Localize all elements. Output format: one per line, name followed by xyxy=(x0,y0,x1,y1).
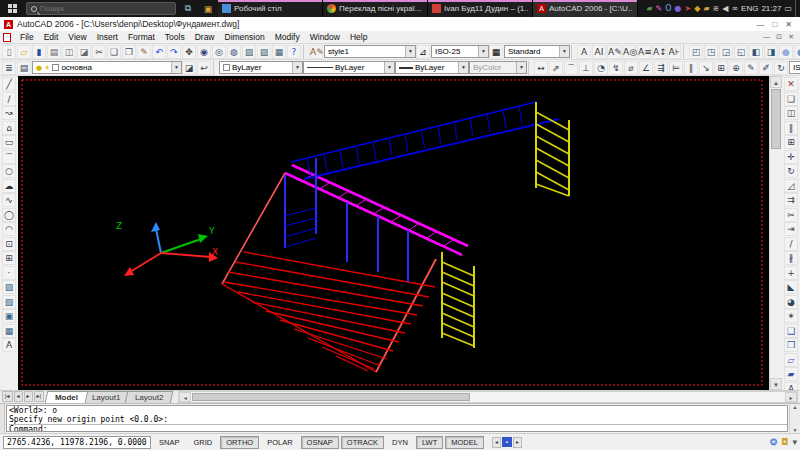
erase-icon[interactable]: ✕ xyxy=(784,77,798,91)
hatch-icon[interactable]: ▨ xyxy=(2,280,16,294)
mini-app-icon[interactable]: ▪ xyxy=(502,437,512,447)
dim-jogged-icon[interactable]: ↯ xyxy=(609,61,623,75)
draworder-back-icon[interactable]: ❒ xyxy=(784,338,798,352)
circle-icon[interactable]: ○ xyxy=(2,164,16,178)
toggle-grid[interactable]: GRID xyxy=(187,436,218,449)
canvas-hscrollbar[interactable]: ◂ ▸ xyxy=(178,391,798,403)
find-replace-icon[interactable]: A◎ xyxy=(622,45,636,59)
scroll-left-icon[interactable]: ◂ xyxy=(179,392,191,402)
camera-icon[interactable]: ◨ xyxy=(764,45,778,59)
stretch-icon[interactable]: ⇉ xyxy=(784,193,798,207)
zoom-window-icon[interactable]: ◎ xyxy=(212,45,226,59)
layer-previous-icon[interactable]: ↩ xyxy=(197,61,211,75)
draworder-front-icon[interactable]: ❑ xyxy=(784,324,798,338)
taskbar-app-chrome-translate[interactable]: Переклад пісні украї... xyxy=(323,0,428,17)
dim-baseline-icon[interactable]: ⊨ xyxy=(669,61,683,75)
single-line-text-icon[interactable]: AI xyxy=(592,45,606,59)
mtext-icon[interactable]: A xyxy=(2,338,16,352)
extend-icon[interactable]: ⇥ xyxy=(784,222,798,236)
offset-icon[interactable]: ∥ xyxy=(784,121,798,135)
chevron-down-icon[interactable]: ▼ xyxy=(384,62,394,73)
redo-icon[interactable]: ↷ xyxy=(167,45,181,59)
chamfer-icon[interactable]: ◣ xyxy=(784,280,798,294)
menu-edit[interactable]: Edit xyxy=(39,32,64,42)
markup-set-manager-icon[interactable]: ▨ xyxy=(257,45,271,59)
table-style-combo[interactable]: Standard ▼ xyxy=(504,45,570,58)
draworder-above-icon[interactable]: ▱ xyxy=(784,353,798,367)
child-minimize-button[interactable]: — xyxy=(763,33,770,41)
polygon-icon[interactable]: ⌂ xyxy=(2,121,16,135)
justify-text-icon[interactable]: A⊦ xyxy=(667,45,681,59)
toggle-osnap[interactable]: OSNAP xyxy=(301,436,339,449)
region-icon[interactable]: ▣ xyxy=(2,309,16,323)
wifi-icon[interactable]: ≋ xyxy=(713,0,720,17)
menu-dimension[interactable]: Dimension xyxy=(220,32,270,42)
undo-icon[interactable]: ↶ xyxy=(152,45,166,59)
command-window-grip[interactable] xyxy=(0,404,5,433)
menu-file[interactable]: File xyxy=(15,32,39,42)
dim-arc-icon[interactable]: ⌒ xyxy=(564,61,578,75)
command-scrollbar[interactable]: ▲ ▼ xyxy=(789,404,800,433)
toggle-ortho[interactable]: ORTHO xyxy=(220,436,259,449)
taskbar-app-autocad[interactable]: AAutoCAD 2006 - [C:\U... xyxy=(533,0,638,17)
dim-ordinate-icon[interactable]: ⊥ xyxy=(579,61,593,75)
new-file-icon[interactable]: ▯ xyxy=(2,45,16,59)
tab-nav-1[interactable]: ◂ xyxy=(14,391,23,402)
tab-nav-0[interactable]: |◂ xyxy=(2,391,13,402)
ball-app-icon[interactable]: ● xyxy=(675,0,682,17)
link-icon[interactable]: ∞ xyxy=(731,0,738,17)
spline-icon[interactable]: ∿ xyxy=(2,193,16,207)
scroll-right-icon[interactable]: ▸ xyxy=(785,392,797,402)
table-style-manager-icon[interactable]: ▦ xyxy=(489,45,503,59)
fillet-icon[interactable]: ◕ xyxy=(784,295,798,309)
menu-insert[interactable]: Insert xyxy=(92,32,123,42)
minimize-button[interactable]: — xyxy=(756,20,764,29)
chevron-down-icon[interactable]: ▼ xyxy=(171,62,181,73)
action-center-icon[interactable]: ▭ xyxy=(784,0,792,17)
point-icon[interactable]: · xyxy=(2,266,16,280)
chevron-down-icon[interactable]: ▼ xyxy=(478,46,488,57)
child-close-button[interactable]: ✕ xyxy=(788,33,794,41)
wireframe-3d-icon[interactable]: ● xyxy=(794,45,800,59)
dim-text-edit-icon[interactable]: ✐ xyxy=(759,61,773,75)
scroll-down-icon[interactable]: ▼ xyxy=(770,378,782,390)
tab-model[interactable]: Model xyxy=(45,391,89,403)
menu-window[interactable]: Window xyxy=(305,32,345,42)
copy-object-icon[interactable]: ❏ xyxy=(784,92,798,106)
ellipse-arc-icon[interactable]: ◠ xyxy=(2,222,16,236)
pan-icon[interactable]: ✥ xyxy=(182,45,196,59)
hscroll-thumb[interactable] xyxy=(192,393,470,401)
table-icon[interactable]: ▦ xyxy=(2,324,16,338)
toolbar-lock-icon[interactable]: ◘ xyxy=(781,437,788,447)
drawing-canvas[interactable]: ZYX xyxy=(18,76,769,390)
mirror-icon[interactable]: ◫ xyxy=(784,106,798,120)
menu-modify[interactable]: Modify xyxy=(270,32,305,42)
polyline-icon[interactable]: ↝ xyxy=(2,106,16,120)
search-input[interactable] xyxy=(40,4,171,13)
tab-layout2[interactable]: Layout2 xyxy=(124,391,173,403)
toggle-snap[interactable]: SNAP xyxy=(153,436,185,449)
front-view-icon[interactable]: ◲ xyxy=(719,45,733,59)
coordinate-readout[interactable]: 2765.4236, 11978.2196, 0.0000 xyxy=(3,436,151,449)
tolerance-icon[interactable]: ⊞ xyxy=(714,61,728,75)
brush-icon[interactable]: ✎ xyxy=(656,0,663,17)
chevron-down-icon[interactable]: ▼ xyxy=(559,46,569,57)
revision-cloud-icon[interactable]: ☁ xyxy=(2,179,16,193)
start-button[interactable] xyxy=(0,0,24,17)
dim-style-combo[interactable]: ISO-25 ▼ xyxy=(431,45,489,58)
open-file-icon[interactable]: ▱ xyxy=(17,45,31,59)
tab-layout1[interactable]: Layout1 xyxy=(82,391,131,403)
show-desktop-button[interactable] xyxy=(795,0,798,17)
break-icon[interactable]: ∦ xyxy=(784,251,798,265)
mini-left-icon[interactable]: ◂ xyxy=(492,437,501,448)
break-at-point-icon[interactable]: / xyxy=(784,237,798,251)
rotate-icon[interactable]: ↻ xyxy=(784,164,798,178)
dim-radius-icon[interactable]: ◔ xyxy=(594,61,608,75)
menu-help[interactable]: Help xyxy=(345,32,372,42)
taskbar-search[interactable] xyxy=(26,2,176,15)
help-icon[interactable]: ? xyxy=(287,45,301,59)
zoom-realtime-icon[interactable]: ◉ xyxy=(197,45,211,59)
chevron-down-icon[interactable]: ▼ xyxy=(292,62,302,73)
zoom-previous-icon[interactable]: ◍ xyxy=(227,45,241,59)
dim-angular-icon[interactable]: ∠ xyxy=(639,61,653,75)
